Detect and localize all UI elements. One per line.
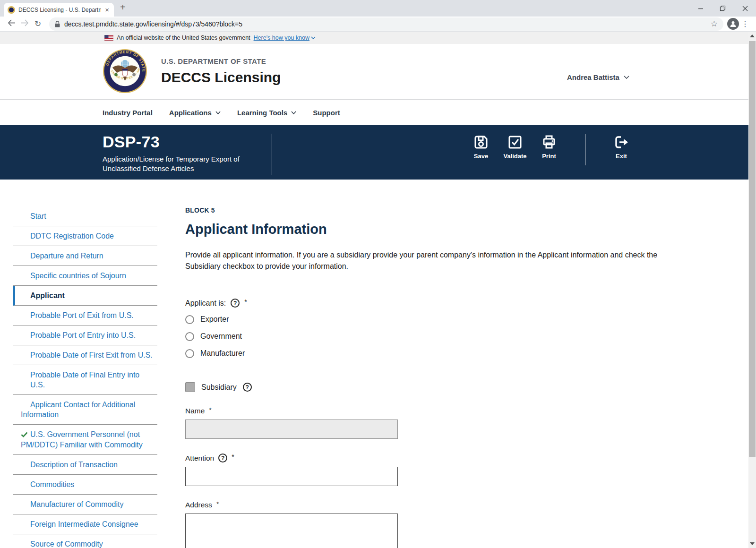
- address-input[interactable]: [185, 514, 398, 548]
- tab-title: DECCS Licensing - U.S. Departme: [18, 7, 101, 13]
- site-header: DEPARTMENT OF STATE UNITED STATES OF AME…: [0, 44, 756, 99]
- page-title: Applicant Information: [185, 222, 695, 237]
- exit-button[interactable]: Exit: [604, 134, 638, 160]
- user-name: Andrea Battista: [567, 73, 619, 81]
- print-icon: [541, 134, 557, 150]
- url-text: deccs.test.pmddtc.state.gov/licensing/#/…: [64, 20, 711, 28]
- subsidiary-row: Subsidiary ?: [185, 382, 695, 392]
- reload-button[interactable]: ↻: [31, 19, 44, 29]
- sidebar-item-description-of-transaction[interactable]: Description of Transaction: [13, 455, 157, 475]
- browser-window: DECCS Licensing - U.S. Departme × + ↻: [0, 0, 756, 548]
- sidebar-item-probable-date-first-exit[interactable]: Probable Date of First Exit from U.S.: [13, 345, 157, 365]
- sidebar-item-commodities[interactable]: Commodities: [13, 475, 157, 495]
- department-of-state-seal: DEPARTMENT OF STATE UNITED STATES OF AME…: [103, 49, 147, 94]
- app-title: DECCS Licensing: [161, 69, 281, 86]
- agency-name: U.S. DEPARTMENT OF STATE: [161, 57, 281, 65]
- gov-banner-text: An official website of the United States…: [117, 34, 250, 41]
- sidebar-item-start[interactable]: Start: [13, 206, 157, 226]
- name-input: [185, 420, 398, 439]
- us-flag-icon: [104, 35, 113, 41]
- chevron-down-icon: [311, 36, 316, 39]
- padlock-icon[interactable]: [55, 21, 60, 27]
- how-you-know-link[interactable]: Here's how you know: [254, 34, 316, 41]
- form-title: Application/License for Temporary Export…: [103, 154, 244, 173]
- completed-check-icon: [21, 430, 28, 440]
- scrollbar-thumb[interactable]: [749, 41, 756, 457]
- chevron-down-icon: [215, 111, 221, 114]
- attention-input[interactable]: [185, 467, 398, 486]
- manufacturer-radio[interactable]: [185, 349, 194, 358]
- sidebar-item-departure-and-return[interactable]: Departure and Return: [13, 246, 157, 266]
- required-mark: *: [232, 454, 234, 460]
- scroll-down-arrow[interactable]: [750, 542, 755, 545]
- print-button[interactable]: Print: [532, 134, 566, 160]
- radio-option-government: Government: [185, 331, 695, 342]
- new-tab-button[interactable]: +: [120, 2, 126, 13]
- sidebar-item-manufacturer-of-commodity[interactable]: Manufacturer of Commodity: [13, 495, 157, 514]
- user-menu[interactable]: Andrea Battista: [567, 73, 629, 81]
- sidebar-item-applicant-contact[interactable]: Applicant Contact for Additional Informa…: [13, 395, 157, 425]
- nav-support[interactable]: Support: [313, 109, 340, 117]
- radio-option-exporter: Exporter: [185, 314, 695, 325]
- radio-option-manufacturer: Manufacturer: [185, 348, 695, 359]
- window-controls: [689, 0, 756, 17]
- close-button[interactable]: [734, 0, 756, 17]
- save-icon: [473, 134, 489, 150]
- attention-label: Attention: [185, 454, 214, 462]
- actions-divider: [585, 134, 585, 165]
- back-button[interactable]: [5, 19, 18, 28]
- sidebar-item-us-gov-personnel[interactable]: U.S. Government Personnel (not PM/DDTC) …: [13, 425, 157, 455]
- form-hero-banner: DSP-73 Application/License for Temporary…: [0, 125, 756, 180]
- applicant-is-legend: Applicant is: ? *: [185, 299, 695, 308]
- exporter-radio[interactable]: [185, 315, 194, 324]
- attention-field-group: Attention ? *: [185, 454, 695, 486]
- forward-button[interactable]: [18, 19, 31, 28]
- hero-divider: [272, 134, 272, 175]
- address-field-group: Address *: [185, 501, 695, 548]
- block-description: Provide all applicant information. If yo…: [185, 249, 695, 272]
- browser-tab[interactable]: DECCS Licensing - U.S. Departme ×: [4, 3, 114, 17]
- form-block: BLOCK 5 Applicant Information Provide al…: [185, 206, 695, 548]
- chevron-down-icon: [291, 111, 296, 114]
- deccs-favicon-icon: [8, 6, 15, 14]
- sidebar-item-probable-port-of-exit[interactable]: Probable Port of Exit from U.S.: [13, 306, 157, 325]
- sidebar-item-specific-countries-of-sojourn[interactable]: Specific countries of Sojourn: [13, 266, 157, 286]
- browser-tab-bar: DECCS Licensing - U.S. Departme × +: [0, 0, 756, 17]
- validate-icon: [507, 134, 523, 150]
- address-label: Address: [185, 501, 212, 509]
- address-bar[interactable]: deccs.test.pmddtc.state.gov/licensing/#/…: [49, 17, 723, 31]
- sidebar-item-probable-port-of-entry[interactable]: Probable Port of Entry into U.S.: [13, 325, 157, 345]
- nav-applications[interactable]: Applications: [169, 109, 221, 117]
- sidebar-item-foreign-intermediate-consignee[interactable]: Foreign Intermediate Consignee: [13, 514, 157, 534]
- restore-button[interactable]: [712, 0, 734, 17]
- block-label: BLOCK 5: [185, 206, 695, 214]
- sidebar-item-source-of-commodity[interactable]: Source of Commodity: [13, 534, 157, 548]
- page-scrollbar[interactable]: [748, 32, 756, 548]
- subsidiary-checkbox: [185, 382, 195, 392]
- applicant-is-help-icon[interactable]: ?: [231, 299, 240, 308]
- bookmark-star-icon[interactable]: ☆: [711, 19, 718, 29]
- scroll-up-arrow[interactable]: [750, 34, 755, 37]
- profile-avatar[interactable]: [727, 18, 739, 30]
- required-mark: *: [244, 299, 247, 305]
- exit-icon: [613, 134, 629, 150]
- browser-menu-icon[interactable]: ⋮: [739, 19, 751, 28]
- validate-button[interactable]: Validate: [498, 134, 532, 160]
- sidebar-item-applicant[interactable]: Applicant: [13, 286, 157, 306]
- subsidiary-help-icon[interactable]: ?: [243, 383, 252, 392]
- browser-toolbar: ↻ deccs.test.pmddtc.state.gov/licensing/…: [0, 17, 756, 32]
- chevron-down-icon: [624, 76, 629, 79]
- tab-close-icon[interactable]: ×: [104, 6, 110, 14]
- government-radio[interactable]: [185, 332, 194, 341]
- minimize-button[interactable]: [689, 0, 712, 17]
- form-section-nav: Start DDTC Registration Code Departure a…: [13, 206, 157, 548]
- sidebar-item-ddtc-registration-code[interactable]: DDTC Registration Code: [13, 226, 157, 246]
- nav-industry-portal[interactable]: Industry Portal: [103, 109, 153, 117]
- site-nav: Industry Portal Applications Learning To…: [0, 99, 756, 125]
- attention-help-icon[interactable]: ?: [218, 454, 227, 462]
- save-button[interactable]: Save: [464, 134, 498, 160]
- name-field-group: Name *: [185, 407, 695, 439]
- nav-learning-tools[interactable]: Learning Tools: [237, 109, 296, 117]
- sidebar-item-probable-date-final-entry[interactable]: Probable Date of Final Entry into U.S.: [13, 365, 157, 395]
- page-content: Start DDTC Registration Code Departure a…: [0, 180, 756, 548]
